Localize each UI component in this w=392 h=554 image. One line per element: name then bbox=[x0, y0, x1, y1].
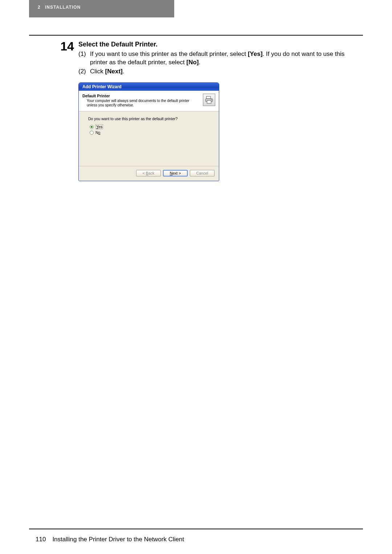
page-footer: 110 Installing the Printer Driver to the… bbox=[36, 536, 363, 543]
divider-bottom bbox=[29, 529, 363, 529]
chapter-header: 2 INSTALLATION bbox=[29, 0, 174, 17]
radio-label: Yes bbox=[95, 125, 103, 129]
step-block: 14 Select the Default Printer. (1) If yo… bbox=[58, 40, 363, 77]
wizard-subheading: Your computer will always send documents… bbox=[82, 99, 200, 107]
next-button[interactable]: Next > bbox=[163, 170, 188, 176]
wizard-dialog: Add Printer Wizard Default Printer Your … bbox=[78, 82, 219, 181]
step-body: Select the Default Printer. (1) If you w… bbox=[78, 40, 363, 77]
step-number: 14 bbox=[58, 40, 74, 52]
list-text: Click [Next]. bbox=[90, 68, 124, 76]
wizard-heading: Default Printer bbox=[82, 94, 200, 98]
radio-no[interactable]: No bbox=[90, 130, 210, 135]
list-text: If you want to use this printer as the d… bbox=[90, 50, 363, 67]
chapter-title: INSTALLATION bbox=[45, 5, 81, 10]
svg-rect-2 bbox=[207, 101, 211, 103]
list-marker: (1) bbox=[78, 50, 88, 67]
radio-icon bbox=[90, 125, 94, 129]
back-button: < Back bbox=[136, 170, 161, 176]
radio-yes-rest: es bbox=[98, 125, 102, 129]
printer-icon bbox=[203, 94, 215, 106]
step-title: Select the Default Printer. bbox=[78, 40, 363, 49]
chapter-number: 2 bbox=[38, 5, 41, 10]
step-list: (1) If you want to use this printer as t… bbox=[78, 50, 363, 76]
content-area: 14 Select the Default Printer. (1) If yo… bbox=[58, 40, 363, 181]
footer-title: Installing the Printer Driver to the Net… bbox=[52, 536, 184, 543]
radio-icon bbox=[90, 131, 94, 135]
step-list-item: (1) If you want to use this printer as t… bbox=[78, 50, 363, 67]
divider-top bbox=[29, 35, 363, 36]
list-marker: (2) bbox=[78, 68, 88, 76]
wizard-question: Do you want to use this printer as the d… bbox=[88, 117, 212, 121]
wizard-titlebar: Add Printer Wizard bbox=[79, 83, 219, 91]
wizard-footer: < Back Next > Cancel bbox=[79, 166, 219, 181]
radio-label: No bbox=[95, 130, 100, 135]
page-number: 110 bbox=[36, 536, 46, 543]
step-list-item: (2) Click [Next]. bbox=[78, 68, 363, 76]
svg-rect-0 bbox=[207, 96, 211, 99]
svg-point-3 bbox=[211, 99, 212, 100]
wizard-header: Default Printer Your computer will alway… bbox=[79, 91, 219, 111]
wizard-header-text: Default Printer Your computer will alway… bbox=[82, 94, 200, 107]
wizard-body: Do you want to use this printer as the d… bbox=[79, 111, 219, 166]
cancel-button: Cancel bbox=[190, 170, 215, 176]
radio-yes[interactable]: Yes bbox=[90, 125, 210, 129]
